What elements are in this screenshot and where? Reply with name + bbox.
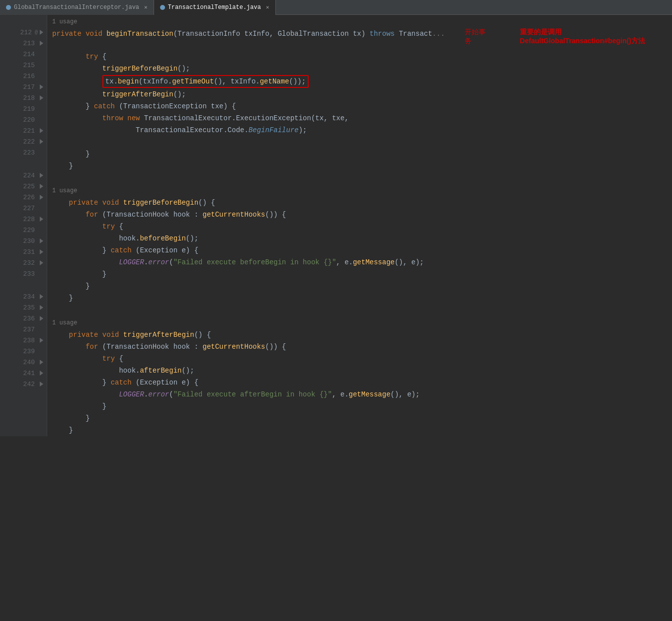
fold-icon-232[interactable] — [38, 259, 45, 266]
gutter-221: 221 — [0, 125, 47, 136]
fold-icon-227 — [38, 205, 45, 212]
line-num-218: 218 — [20, 94, 38, 102]
line-num-225: 225 — [20, 183, 38, 190]
fold-icon-242[interactable] — [38, 381, 45, 388]
line-num-236: 236 — [20, 315, 38, 322]
usage-line-2: 1 usage — [52, 184, 672, 197]
code-line-226: try { — [52, 221, 672, 233]
fold-icon-233 — [38, 270, 45, 277]
code-content: 1 usage private void beginTransaction(Tr… — [47, 15, 672, 436]
fold-icon-230[interactable] — [38, 237, 45, 244]
fold-icon-228[interactable] — [38, 216, 45, 223]
fold-icon-222[interactable] — [38, 138, 45, 145]
fold-icon-217[interactable] — [38, 83, 45, 90]
line-num-216: 216 — [20, 73, 38, 80]
fold-icon-221[interactable] — [38, 127, 45, 134]
code-line-214: triggerBeforeBegin(); — [52, 63, 672, 75]
gutter-226: 226 — [0, 192, 47, 203]
gutter-239: 239 — [0, 346, 47, 357]
code-215-content: tx.begin(txInfo.getTimeOut(), txInfo.get… — [52, 75, 309, 88]
gutter-228: 228 — [0, 214, 47, 225]
gutter-213: 213 — [0, 38, 47, 49]
code-224-content: private void triggerBeforeBegin() { — [52, 197, 215, 209]
line-num-220: 220 — [20, 116, 38, 124]
fold-icon-212[interactable] — [38, 29, 45, 36]
code-line-232: } — [52, 292, 672, 304]
fold-icon-241[interactable] — [38, 370, 45, 377]
code-228-content: } catch (Exception e) { — [52, 244, 198, 256]
gutter-216: 216 — [0, 71, 47, 81]
fold-icon-238[interactable] — [38, 337, 45, 344]
gutter-usage-3 — [0, 279, 47, 291]
code-line-230: } — [52, 268, 672, 280]
tab-close-2[interactable]: ✕ — [266, 4, 269, 10]
tab-close-1[interactable]: ✕ — [144, 4, 148, 10]
gutter-231: 231 — [0, 246, 47, 257]
fold-icon-213[interactable] — [38, 40, 45, 47]
code-235-content: for (TransactionHook hook : getCurrentHo… — [52, 341, 286, 353]
line-num-242: 242 — [20, 381, 38, 388]
fold-icon-214 — [38, 51, 45, 58]
gutter-217: 217 — [0, 81, 47, 92]
code-line-237: hook.afterBegin(); — [52, 365, 672, 377]
usage-line-3: 1 usage — [52, 316, 672, 329]
line-num-226: 226 — [20, 194, 38, 201]
line-num-212: 212 — [17, 29, 35, 36]
gutter-241: 241 — [0, 368, 47, 379]
gutter-222: 222 — [0, 136, 47, 147]
code-line-239: LOGGER.error("Failed execute afterBegin … — [52, 388, 672, 400]
code-221-content: } — [52, 148, 90, 160]
tab-label-2: TransactionalTemplate.java — [168, 4, 261, 11]
code-line-231: } — [52, 280, 672, 292]
fold-icon-234[interactable] — [38, 293, 45, 300]
code-line-219: TransactionalExecutor.Code.BeginFailure)… — [52, 124, 672, 136]
fold-icon-216 — [38, 73, 45, 79]
code-229-content: LOGGER.error("Failed execute beforeBegin… — [52, 256, 424, 268]
tab-label-1: GlobalTransactionalInterceptor.java — [14, 4, 139, 11]
gutter-233: 233 — [0, 268, 47, 279]
highlight-tx-begin: tx.begin(txInfo.getTimeOut(), txInfo.get… — [102, 75, 309, 88]
editor-container: GlobalTransactionalInterceptor.java ✕ Tr… — [0, 0, 672, 621]
code-234-content: private void triggerAfterBegin() { — [52, 329, 211, 341]
line-num-241: 241 — [20, 370, 38, 377]
fold-icon-235[interactable] — [38, 304, 45, 311]
fold-icon-231[interactable] — [38, 248, 45, 255]
gutter-224: 224 — [0, 170, 47, 181]
code-line-218: throw new TransactionalExecutor.Executio… — [52, 112, 672, 124]
line-num-217: 217 — [20, 83, 38, 91]
line-num-234: 234 — [20, 293, 38, 301]
fold-icon-226[interactable] — [38, 194, 45, 201]
code-line-213: try { — [52, 51, 672, 63]
code-area: 212 @ 213 214 215 216 — [0, 15, 672, 436]
line-num-221: 221 — [20, 127, 38, 135]
code-line-217: } catch (TransactionException txe) { — [52, 100, 672, 112]
code-line-215: tx.begin(txInfo.getTimeOut(), txInfo.get… — [52, 75, 672, 88]
code-line-221: } — [52, 148, 672, 160]
code-241-content: } — [52, 412, 90, 424]
line-num-227: 227 — [20, 205, 38, 212]
fold-icon-224[interactable] — [38, 172, 45, 179]
line-num-213: 213 — [20, 40, 38, 47]
usage-line-1: 1 usage — [52, 15, 672, 28]
gutter-229: 229 — [0, 225, 47, 235]
code-227-content: hook.beforeBegin(); — [52, 233, 198, 244]
line-num-228: 228 — [20, 216, 38, 223]
tab-transactional-template[interactable]: TransactionalTemplate.java ✕ — [154, 0, 276, 15]
fold-icon-239 — [38, 348, 45, 355]
code-230-content: } — [52, 268, 106, 280]
fold-icon-240[interactable] — [38, 359, 45, 366]
code-231-content: } — [52, 280, 90, 292]
gutter: 212 @ 213 214 215 216 — [0, 15, 47, 436]
tab-globalinterceptor[interactable]: GlobalTransactionalInterceptor.java ✕ — [0, 0, 154, 15]
code-237-content: hook.afterBegin(); — [52, 365, 194, 377]
line-num-240: 240 — [20, 359, 38, 366]
fold-icon-218[interactable] — [38, 94, 45, 101]
fold-icon-225[interactable] — [38, 183, 45, 190]
fold-icon-236[interactable] — [38, 315, 45, 322]
line-num-239: 239 — [20, 348, 38, 355]
line-num-233: 233 — [20, 270, 38, 278]
code-213-content: try { — [52, 51, 106, 63]
gutter-236: 236 — [0, 313, 47, 324]
line-num-224: 224 — [20, 172, 38, 179]
code-236-content: try { — [52, 353, 123, 365]
